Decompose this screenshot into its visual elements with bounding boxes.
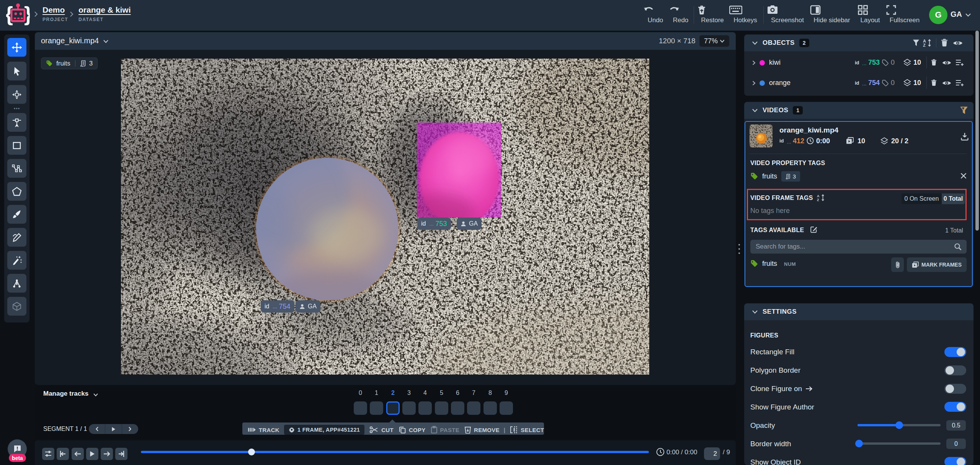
svg-text:A: A <box>817 194 820 198</box>
svg-text:Z: Z <box>923 43 926 47</box>
svg-text:Z: Z <box>817 198 819 201</box>
